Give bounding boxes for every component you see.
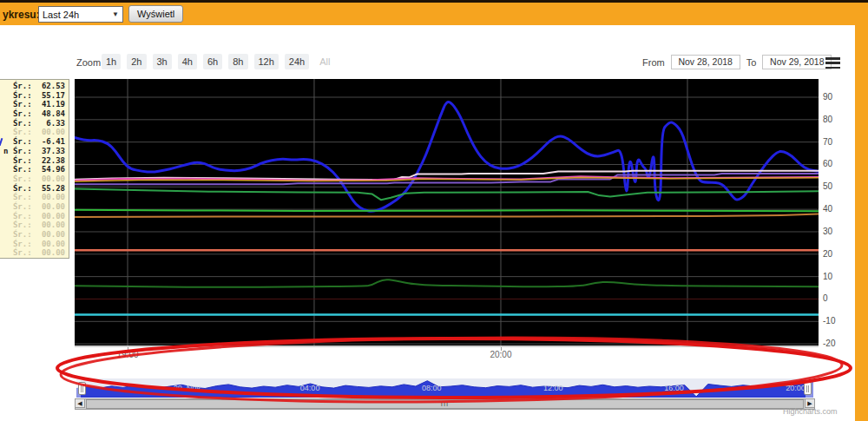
y-axis-labels: 9080706050403020100-10-20 <box>823 79 852 345</box>
average-row: Śr.: -6.41 <box>0 137 69 147</box>
average-row: Śr.: 00.00 <box>0 193 69 202</box>
average-row: Śr.: 6.33 <box>0 119 69 128</box>
from-date-input[interactable]: Nov 28, 2018 <box>671 55 740 69</box>
average-row: n Śr.: 37.33 <box>0 147 69 156</box>
average-row: Śr.: 00.00 <box>0 174 69 184</box>
x-axis-tick <box>128 347 128 351</box>
y-tick-label: 80 <box>823 115 832 124</box>
y-tick-label: -20 <box>823 339 835 348</box>
x-axis-tick <box>501 347 502 351</box>
hamburger-menu-icon[interactable] <box>825 57 840 69</box>
average-row: Śr.: 41.19 <box>0 100 69 109</box>
zoom-button-3h[interactable]: 3h <box>153 54 172 69</box>
zoom-buttons: 1h2h3h4h6h8h12h24hAll <box>102 54 340 69</box>
navigator-scrollbar[interactable]: ◀ III ▶ <box>75 398 815 410</box>
average-row: Śr.: 00.00 <box>0 220 69 230</box>
average-row: Śr.: 00.00 <box>0 202 69 212</box>
zoom-button-1h[interactable]: 1h <box>102 54 121 69</box>
y-tick-label: 90 <box>823 92 832 102</box>
zoom-button-24h[interactable]: 24h <box>285 54 309 69</box>
series-orange-tan <box>75 214 819 217</box>
navigator-label: 16:00 <box>664 384 684 392</box>
averages-panel: Śr.: 62.53Śr.: 55.17Śr.: 41.19Śr.: 48.84… <box>0 79 69 259</box>
average-row: Śr.: 00.00 <box>0 128 69 137</box>
navigator-label: 12:00 <box>543 384 563 392</box>
x-axis-line <box>75 345 819 347</box>
series-green-upper <box>75 188 819 200</box>
date-range: From Nov 28, 2018 To Nov 29, 2018 <box>636 55 832 69</box>
average-row: Śr.: 00.00 <box>0 240 69 249</box>
range-select-value: Last 24h <box>43 10 112 20</box>
y-tick-label: 20 <box>823 249 832 259</box>
y-tick-label: -10 <box>823 316 835 326</box>
to-date-input[interactable]: Nov 29, 2018 <box>762 55 832 69</box>
zoom-label: Zoom <box>76 57 101 68</box>
series-green-middle <box>75 210 819 212</box>
series-blue-main <box>75 102 819 211</box>
scrollbar-left-arrow-icon[interactable]: ◀ <box>75 398 85 408</box>
from-label: From <box>642 57 665 68</box>
zoom-button-all[interactable]: All <box>315 54 334 69</box>
average-row: Śr.: 00.00 <box>0 212 69 221</box>
y-tick-label: 60 <box>823 159 832 168</box>
scrollbar-thumb[interactable]: III <box>86 399 804 409</box>
chevron-down-icon: ▼ <box>112 10 119 18</box>
plot-area[interactable] <box>75 79 819 345</box>
chart-type-label: ykresu: <box>3 9 40 21</box>
navigator-label: 04:00 <box>300 384 320 392</box>
range-select[interactable]: Last 24h ▼ <box>38 6 123 23</box>
navigator-label: 29. Nov <box>174 384 201 392</box>
zoom-button-6h[interactable]: 6h <box>203 54 222 69</box>
average-row: Śr.: 22.38 <box>0 156 69 166</box>
chart-panel: Zoom 1h2h3h4h6h8h12h24hAll From Nov 28, … <box>0 25 855 421</box>
navigator-label: 08:00 <box>422 384 442 392</box>
navigator[interactable]: 29. Nov04:0008:0012:0016:0020:00 <box>76 378 813 398</box>
navigator-label: 20:00 <box>786 384 806 392</box>
zoom-button-2h[interactable]: 2h <box>127 54 146 69</box>
navigator-handle-right[interactable] <box>804 382 812 395</box>
y-tick-label: 70 <box>823 137 832 147</box>
series-lines <box>75 79 819 345</box>
y-tick-label: 30 <box>823 227 832 236</box>
average-row: Śr.: 62.53 <box>0 82 69 91</box>
average-row: Śr.: 55.17 <box>0 91 69 101</box>
y-tick-label: 0 <box>823 293 828 303</box>
zoom-button-8h[interactable]: 8h <box>228 54 247 69</box>
x-tick-label: 19:00 <box>117 350 139 359</box>
display-button[interactable]: Wyświetl <box>128 5 183 23</box>
average-row: Śr.: 48.84 <box>0 109 69 119</box>
x-tick-label: 20:00 <box>490 350 511 359</box>
scrollbar-grip-icon: III <box>441 401 450 408</box>
navigator-handle-left[interactable] <box>78 382 86 395</box>
watermark: Highcharts.com <box>783 407 838 416</box>
page-right-border <box>855 3 868 421</box>
average-row: Śr.: 00.00 <box>0 248 69 258</box>
average-row: Śr.: 55.28 <box>0 184 69 194</box>
series-green-dark <box>75 280 819 287</box>
zoom-button-4h[interactable]: 4h <box>178 54 197 69</box>
average-row: Śr.: 00.00 <box>0 230 69 240</box>
y-tick-label: 50 <box>823 181 832 191</box>
average-row: Śr.: 54.96 <box>0 165 69 174</box>
y-tick-label: 40 <box>823 204 832 214</box>
to-label: To <box>746 57 757 68</box>
y-tick-label: 10 <box>823 272 832 281</box>
zoom-button-12h[interactable]: 12h <box>254 54 279 69</box>
